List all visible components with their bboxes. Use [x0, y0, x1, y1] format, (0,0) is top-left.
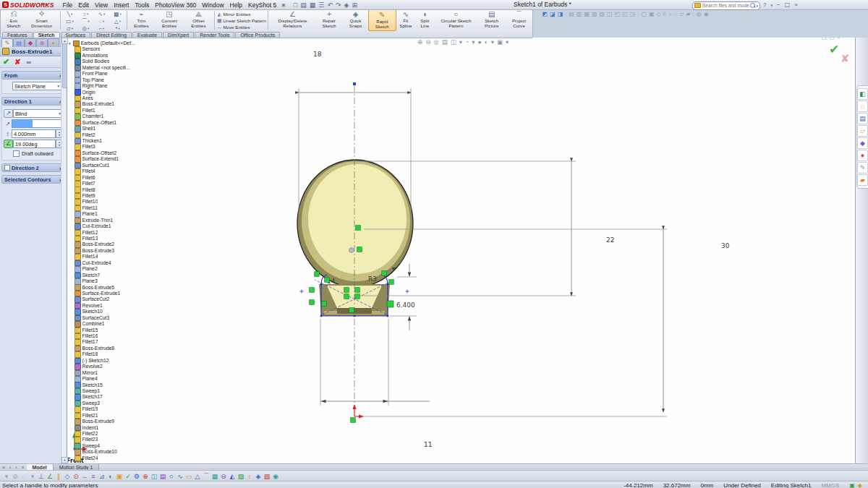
- feature-tree-item[interactable]: Boss-Extrude3: [69, 248, 135, 254]
- menu-item[interactable]: PhotoView 360: [152, 1, 199, 9]
- feature-tree-item[interactable]: Fillet17: [69, 339, 135, 345]
- view-toolbar-icon[interactable]: ▱: [678, 11, 685, 17]
- alert-icon[interactable]: ◆: [858, 482, 862, 488]
- feature-tree-item[interactable]: Front Plane: [69, 71, 135, 77]
- search-dropdown-icon[interactable]: ▾: [756, 4, 758, 8]
- quick-access-icon[interactable]: ▦: [308, 1, 318, 9]
- command-tab[interactable]: Direct Editing: [91, 32, 132, 38]
- chevron-down-icon[interactable]: ▾: [57, 84, 59, 88]
- feature-tree-item[interactable]: Fillet19: [69, 406, 135, 412]
- feature-tree-item[interactable]: Axes: [69, 95, 135, 101]
- feature-tree-item[interactable]: Fillet6: [69, 175, 135, 181]
- bottom-toolbar-icon[interactable]: ◉: [271, 473, 280, 480]
- feature-tree-item[interactable]: Fillet23: [69, 437, 135, 442]
- view-toolbar-icon[interactable]: ◰: [613, 11, 621, 17]
- feature-tree-item[interactable]: Plane3: [69, 278, 135, 284]
- feature-tree-item[interactable]: Boss-Extrude1: [69, 101, 135, 107]
- draft-angle-field[interactable]: 19.00deg: [13, 140, 56, 148]
- minimize-button[interactable]: −: [775, 1, 783, 8]
- feature-tree-item[interactable]: Mirror1: [69, 370, 135, 376]
- restore-button[interactable]: ▢: [783, 1, 793, 8]
- feature-tree-item[interactable]: Sensors: [69, 46, 135, 52]
- bottom-toolbar-icon[interactable]: ↔: [80, 473, 89, 480]
- command-tab[interactable]: Office Products: [235, 32, 280, 38]
- feature-tree-item[interactable]: SurfaceCut1: [69, 163, 135, 168]
- feature-tree-item[interactable]: Plane4: [69, 376, 135, 382]
- direction2-checkbox[interactable]: [4, 165, 10, 171]
- feature-tree-item[interactable]: Revolve2: [69, 364, 135, 369]
- feature-tree-item[interactable]: Extrude-Thin1: [69, 218, 135, 223]
- flyout-arrow-icon[interactable]: ▾: [87, 12, 88, 16]
- bottom-toolbar-icon[interactable]: ◇: [63, 473, 72, 480]
- view-toolbar-icon[interactable]: ▨: [598, 11, 606, 17]
- feature-tree-item[interactable]: Boss-Extrude5: [69, 285, 135, 291]
- rapid-sketch-button[interactable]: ✎ Rapid Sketch: [368, 9, 396, 31]
- menu-item[interactable]: Edit: [75, 1, 92, 9]
- from-plane-select[interactable]: Sketch Plane ▾: [12, 82, 61, 90]
- feature-tree-item[interactable]: Fillet7: [69, 181, 135, 187]
- heads-up-icon[interactable]: ▾: [504, 38, 510, 46]
- bottom-toolbar-icon[interactable]: ▾: [28, 473, 37, 480]
- view-toolbar-icon[interactable]: ◫: [606, 11, 614, 17]
- quick-access-icon[interactable]: ▤: [299, 1, 308, 9]
- view-toolbar-icon[interactable]: ▥: [575, 11, 583, 17]
- feature-tree-item[interactable]: Shell1: [69, 126, 135, 132]
- command-tab[interactable]: Features: [2, 32, 33, 38]
- view-toolbar-icon[interactable]: ▧: [590, 11, 598, 17]
- quick-access-icon[interactable]: ⊞: [350, 1, 359, 9]
- quick-access-icon[interactable]: ☰: [317, 1, 326, 9]
- bottom-toolbar-icon[interactable]: ◈: [254, 473, 263, 480]
- feature-tree-item[interactable]: SurfaceCut3: [69, 315, 135, 321]
- command-tab[interactable]: Render Tools: [195, 32, 234, 38]
- bottom-toolbar-icon[interactable]: ∠: [46, 473, 54, 480]
- heads-up-icon[interactable]: ▾: [490, 38, 495, 46]
- group-direction2-header[interactable]: Direction 2 ∨: [1, 163, 65, 172]
- menu-item[interactable]: Help: [227, 1, 245, 9]
- dimension-6400[interactable]: 6.400: [387, 264, 417, 330]
- cancel-sketch-button[interactable]: ✘: [841, 52, 850, 65]
- feature-tree-item[interactable]: Solid Bodies: [69, 59, 135, 64]
- sketch-entity-button[interactable]: △ ▾: [109, 17, 125, 25]
- feature-tree-item[interactable]: (-) Sketch12: [69, 358, 135, 364]
- feature-tree-item[interactable]: Thicken1: [69, 138, 135, 144]
- view-toolbar-icon[interactable]: ◩: [541, 11, 549, 17]
- bottom-toolbar-icon[interactable]: ▧: [237, 473, 245, 480]
- feature-tree-item[interactable]: Fillet24: [69, 455, 135, 461]
- bottom-toolbar-icon[interactable]: ▦: [210, 473, 219, 480]
- sketch-tool-button[interactable]: ∿ Fit Spline: [396, 9, 416, 31]
- quick-access-icon[interactable]: ↶: [326, 1, 334, 9]
- flyout-arrow-icon[interactable]: ▾: [118, 27, 119, 30]
- view-toolbar-icon[interactable]: ◨: [556, 11, 564, 17]
- sketch-origin[interactable]: [352, 404, 364, 419]
- menu-item[interactable]: Insert: [111, 1, 132, 9]
- bottom-toolbar-icon[interactable]: ⊘: [11, 473, 20, 480]
- group-from-header[interactable]: From ∧: [1, 71, 65, 80]
- command-tab[interactable]: Surfaces: [61, 32, 91, 38]
- bottom-toolbar-icon[interactable]: ⚙: [132, 473, 141, 480]
- quick-access-icon[interactable]: □: [292, 1, 299, 9]
- flyout-arrow-icon[interactable]: ▾: [88, 27, 89, 30]
- bottom-toolbar-icon[interactable]: ▣: [115, 473, 124, 480]
- view-toolbar-icon[interactable]: ◍: [695, 11, 702, 17]
- view-toolbar-icon[interactable]: ▦: [583, 11, 591, 17]
- tag-icon[interactable]: ▣: [849, 482, 855, 488]
- bottom-toolbar-icon[interactable]: ∿: [176, 473, 184, 480]
- heads-up-icon[interactable]: ●: [476, 38, 482, 46]
- pm-cancel-button[interactable]: ✘: [14, 58, 20, 66]
- view-toolbar-icon[interactable]: ◪: [549, 11, 557, 17]
- view-toolbar-icon[interactable]: ▢: [640, 11, 648, 17]
- feature-tree-item[interactable]: Fillet4: [69, 168, 135, 174]
- feature-tree-item[interactable]: Plane1: [69, 211, 135, 217]
- bottom-toolbar-icon[interactable]: ∥: [54, 473, 63, 480]
- feature-tree-item[interactable]: Plane2: [69, 266, 135, 272]
- dimension-11[interactable]: 11: [320, 319, 432, 448]
- depth-field[interactable]: 4.000mm: [12, 129, 56, 138]
- sketch-tool-button[interactable]: ▤ Sketch Picture: [477, 9, 506, 31]
- help-button[interactable]: ?: [761, 1, 768, 8]
- task-pane-icon[interactable]: ▤: [857, 113, 868, 124]
- drag-handle-sphere[interactable]: [349, 248, 354, 253]
- bottom-toolbar-icon[interactable]: ◐: [106, 473, 115, 480]
- dim-label-22[interactable]: 22: [606, 236, 614, 244]
- flyout-arrow-icon[interactable]: ▾: [119, 12, 121, 16]
- task-pane-icon[interactable]: ●: [857, 150, 868, 161]
